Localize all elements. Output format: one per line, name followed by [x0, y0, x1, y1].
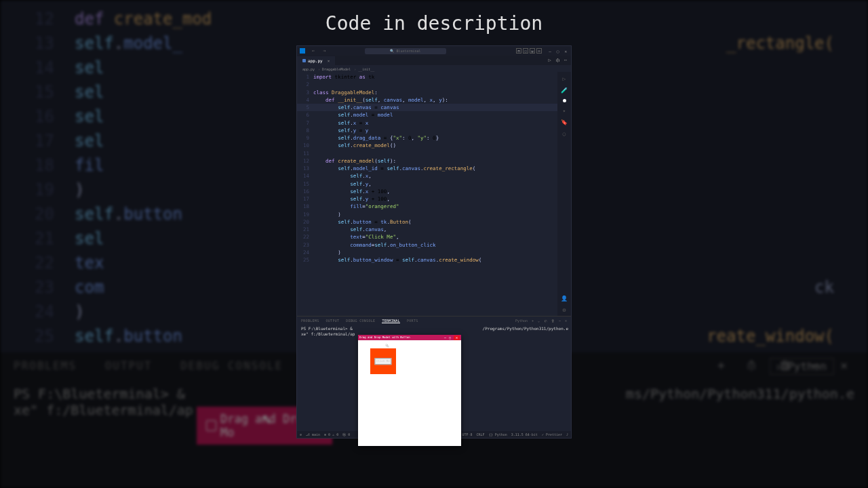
- editor-tabs: app.py × ▷ ⫛ ⋯: [297, 56, 571, 65]
- close-icon[interactable]: ✕: [840, 358, 848, 372]
- bookmark-icon[interactable]: 🔖: [561, 119, 568, 125]
- more-icon[interactable]: ⋯: [559, 319, 561, 323]
- trash-icon[interactable]: 🗑: [779, 358, 791, 372]
- nav-back-icon[interactable]: ←: [312, 48, 315, 54]
- command-search[interactable]: 🔍 Blueterminal: [365, 48, 446, 54]
- bg-tab-debug[interactable]: DEBUG CONSOLE: [180, 359, 283, 372]
- layout-4-icon[interactable]: ⊞: [536, 48, 542, 54]
- bg-tab-output[interactable]: OUTPUT: [105, 359, 153, 372]
- plus-icon[interactable]: +: [532, 319, 534, 323]
- settings-gear-icon[interactable]: ⚙: [563, 307, 566, 313]
- panel-tab-output[interactable]: OUTPUT: [326, 319, 339, 323]
- tab-app-py[interactable]: app.py ×: [297, 56, 335, 65]
- panel-tab-debug[interactable]: DEBUG CONSOLE: [346, 319, 375, 323]
- layout-2-icon[interactable]: ◫: [523, 48, 528, 54]
- circle-icon[interactable]: ○: [563, 131, 566, 137]
- split-editor-icon[interactable]: ⫛: [555, 58, 560, 63]
- tk-window-title: Drag and Drop Model with Button: [359, 336, 444, 340]
- tk-close-icon[interactable]: ✕: [454, 336, 460, 340]
- nav-fwd-icon[interactable]: →: [323, 48, 326, 54]
- panel-tab-ports[interactable]: PORTS: [407, 319, 418, 323]
- beaker-icon[interactable]: 🧪: [561, 87, 568, 94]
- bg-terminal-actions: + ⫛ 🗑 ⋯ ✕: [711, 358, 854, 372]
- tab-close-icon[interactable]: ×: [328, 58, 330, 63]
- code-editor[interactable]: 1import tkinter as tk23class DraggableMo…: [297, 72, 557, 316]
- vscode-window: ← → 🔍 Blueterminal ⬒ ◫ ⬓ ⊞ — ▢ ✕ app.py …: [296, 45, 572, 439]
- overlay-caption: Code in description: [0, 12, 868, 35]
- terminal-profile[interactable]: Python: [515, 319, 528, 323]
- tk-canvas[interactable]: Click Me: [358, 340, 461, 446]
- bottom-panel: PROBLEMS OUTPUT DEBUG CONSOLE TERMINAL P…: [297, 316, 571, 431]
- accounts-icon[interactable]: 👤: [561, 296, 568, 302]
- plus-icon[interactable]: +: [717, 358, 725, 372]
- tk-maximize-icon[interactable]: ▢: [449, 336, 451, 340]
- chevron-down-icon[interactable]: ⌄: [538, 319, 540, 323]
- tk-titlebar[interactable]: Drag and Drop Model with Button — ▢ ✕: [358, 335, 461, 340]
- panel-tab-terminal[interactable]: TERMINAL: [382, 319, 399, 323]
- terminal-output[interactable]: PS F:\Blueterminal> & /Programs/Python/P…: [297, 325, 571, 431]
- layout-3-icon[interactable]: ⬓: [530, 48, 535, 54]
- split-icon[interactable]: ⫛: [746, 358, 758, 372]
- vscode-logo-icon: [300, 48, 305, 54]
- minimize-icon[interactable]: —: [549, 49, 551, 54]
- trash-icon[interactable]: 🗑: [551, 319, 555, 323]
- tk-minimize-icon[interactable]: —: [444, 336, 446, 340]
- maximize-icon[interactable]: ▢: [557, 49, 559, 54]
- bg-mouse-cursor: ↖: [261, 406, 273, 428]
- breadcrumb[interactable]: app.pyDraggableModel__init__: [297, 65, 571, 72]
- bg-tab-problems[interactable]: PROBLEMS: [14, 359, 77, 372]
- panel-tab-problems[interactable]: PROBLEMS: [301, 319, 319, 323]
- run-icon[interactable]: ▷: [549, 58, 551, 63]
- tk-click-me-button[interactable]: Click Me: [374, 358, 391, 365]
- sparkle-icon[interactable]: ✦: [563, 108, 566, 114]
- tab-filename: app.py: [308, 58, 323, 63]
- panel-tabs: PROBLEMS OUTPUT DEBUG CONSOLE TERMINAL P…: [297, 317, 571, 325]
- vscode-titlebar[interactable]: ← → 🔍 Blueterminal ⬒ ◫ ⬓ ⊞ — ▢ ✕: [297, 46, 571, 56]
- more-icon[interactable]: ⋯: [564, 58, 567, 63]
- mouse-cursor-icon: ↖: [385, 340, 389, 350]
- tk-draggable-rectangle[interactable]: Click Me: [370, 348, 396, 374]
- more-icon[interactable]: ⋯: [812, 358, 819, 372]
- record-icon[interactable]: [563, 99, 566, 102]
- close-icon[interactable]: ✕: [565, 319, 567, 323]
- tkinter-app-window[interactable]: Drag and Drop Model with Button — ▢ ✕ Cl…: [358, 335, 461, 446]
- activity-bar: ▷ 🧪 ✦ 🔖 ○ 👤 ⚙: [557, 72, 571, 316]
- close-icon[interactable]: ✕: [564, 49, 567, 54]
- split-icon[interactable]: ⫛: [544, 319, 547, 323]
- layout-1-icon[interactable]: ⬒: [516, 48, 521, 54]
- run-debug-icon[interactable]: ▷: [563, 76, 566, 82]
